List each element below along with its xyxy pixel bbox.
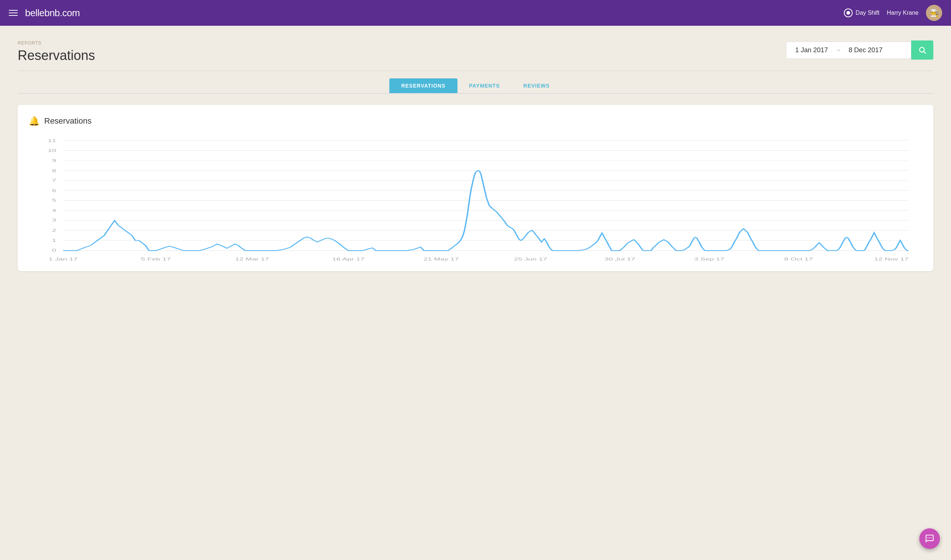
tab-reviews[interactable]: REVIEWS [512, 78, 562, 93]
date-arrow: → [835, 47, 841, 53]
day-shift-label: Day Shift [855, 9, 880, 16]
logo: bellebnb.com [25, 8, 80, 19]
svg-text:11: 11 [48, 138, 56, 143]
chart-title: Reservations [44, 116, 91, 126]
svg-text:3 Sep 17: 3 Sep 17 [694, 257, 724, 261]
day-shift-toggle[interactable]: Day Shift [844, 8, 880, 17]
svg-text:2: 2 [52, 228, 56, 233]
svg-text:9: 9 [52, 158, 56, 163]
page-header: REPORTS Reservations 1 Jan 2017 → 8 Dec … [18, 40, 933, 63]
svg-text:1 Jan 17: 1 Jan 17 [49, 257, 78, 261]
date-end: 8 Dec 2017 [849, 46, 883, 54]
svg-text:6: 6 [52, 188, 56, 193]
svg-text:0: 0 [52, 248, 56, 253]
reservations-chart: .grid-line { stroke: #e8e8e8; stroke-wid… [29, 137, 922, 262]
svg-text:8 Oct 17: 8 Oct 17 [784, 257, 813, 261]
user-name: Harry Krane [887, 9, 919, 16]
svg-text:21 May 17: 21 May 17 [423, 257, 459, 261]
search-icon [918, 46, 926, 54]
date-search-bar: 1 Jan 2017 → 8 Dec 2017 [786, 40, 933, 60]
search-button[interactable] [911, 40, 933, 60]
svg-text:10: 10 [48, 148, 56, 153]
tab-reservations[interactable]: RESERVATIONS [389, 78, 457, 93]
svg-text:3: 3 [52, 218, 56, 223]
chat-button[interactable] [919, 528, 940, 549]
svg-text:16 Apr 17: 16 Apr 17 [332, 257, 364, 261]
svg-text:1: 1 [52, 238, 56, 243]
chart-card: 🔔 Reservations .grid-line { stroke: #e8e… [18, 105, 933, 271]
avatar[interactable]: 👨‍🍳 [926, 5, 942, 21]
tabs-container: RESERVATIONS PAYMENTS REVIEWS [18, 78, 933, 94]
svg-line-1 [924, 52, 926, 53]
title-section: REPORTS Reservations [18, 40, 95, 63]
date-start: 1 Jan 2017 [795, 46, 828, 54]
header: bellebnb.com Day Shift Harry Krane 👨‍🍳 [0, 0, 951, 26]
svg-text:12 Nov 17: 12 Nov 17 [874, 257, 908, 261]
menu-button[interactable] [9, 10, 18, 16]
svg-text:30 Jul 17: 30 Jul 17 [604, 257, 635, 261]
chat-icon [925, 534, 934, 543]
chart-area: .grid-line { stroke: #e8e8e8; stroke-wid… [29, 137, 922, 264]
main-content: REPORTS Reservations 1 Jan 2017 → 8 Dec … [0, 26, 951, 286]
sun-icon [844, 8, 853, 17]
tab-payments[interactable]: PAYMENTS [457, 78, 512, 93]
chart-title-row: 🔔 Reservations [29, 116, 922, 126]
svg-text:4: 4 [52, 208, 56, 213]
page-title: Reservations [18, 48, 95, 63]
divider [18, 71, 933, 71]
svg-text:8: 8 [52, 168, 56, 173]
svg-text:5: 5 [52, 198, 56, 203]
header-right: Day Shift Harry Krane 👨‍🍳 [844, 5, 942, 21]
bell-icon: 🔔 [29, 116, 40, 126]
svg-text:7: 7 [52, 178, 56, 183]
svg-text:25 Jun 17: 25 Jun 17 [514, 257, 547, 261]
breadcrumb: REPORTS [18, 40, 95, 46]
date-range-box[interactable]: 1 Jan 2017 → 8 Dec 2017 [786, 42, 911, 59]
header-left: bellebnb.com [9, 8, 80, 19]
svg-text:12 Mar 17: 12 Mar 17 [235, 257, 269, 261]
svg-text:5 Feb 17: 5 Feb 17 [141, 257, 171, 261]
